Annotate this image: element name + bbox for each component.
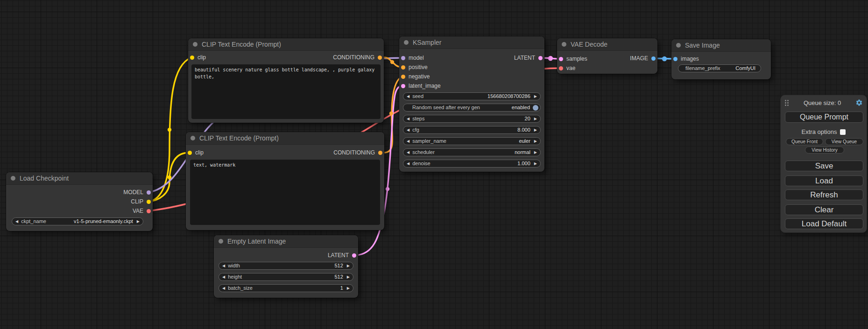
- widget-filename-prefix[interactable]: filename_prefix ComfyUI: [678, 64, 761, 72]
- node-graph-canvas[interactable]: Load Checkpoint MODEL CLIP VAE ◀ ckpt_na…: [0, 0, 868, 329]
- widget-denoise[interactable]: ◀ denoise 1.000 ▶: [403, 160, 541, 168]
- input-port-clip[interactable]: [190, 56, 194, 60]
- increment-arrow-icon[interactable]: ▶: [534, 115, 537, 122]
- widget-label: cfg: [412, 126, 419, 133]
- decrement-arrow-icon[interactable]: ◀: [222, 273, 225, 280]
- queue-prompt-button[interactable]: Queue Prompt: [785, 112, 863, 123]
- collapse-dot-icon[interactable]: [404, 40, 409, 45]
- widget-seed[interactable]: ◀ seed 156680208700286 ▶: [403, 92, 541, 100]
- widget-ckpt-name[interactable]: ◀ ckpt_name v1-5-pruned-emaonly.ckpt ▶: [12, 217, 143, 225]
- load-default-button[interactable]: Load Default: [785, 218, 863, 229]
- input-port-vae[interactable]: [559, 66, 563, 70]
- queue-menu-panel: Queue size: 0 Queue Prompt Extra options…: [780, 95, 867, 233]
- node-empty-latent-image: Empty Latent Image LATENT ◀ width 512 ▶ …: [214, 235, 358, 298]
- collapse-dot-icon[interactable]: [193, 42, 198, 47]
- decrement-arrow-icon[interactable]: ◀: [222, 285, 225, 292]
- output-port-image[interactable]: [651, 56, 656, 61]
- output-port-latent[interactable]: [352, 253, 356, 258]
- widget-steps[interactable]: ◀ steps 20 ▶: [403, 115, 541, 123]
- increment-arrow-icon[interactable]: ▶: [534, 93, 537, 100]
- input-port-latent-image[interactable]: [401, 84, 405, 88]
- prompt-textarea[interactable]: beautiful scenery nature glass bottle la…: [191, 64, 381, 119]
- widget-value: ComfyUI: [735, 65, 755, 72]
- increment-arrow-icon[interactable]: ▶: [534, 149, 537, 156]
- collapse-dot-icon[interactable]: [191, 136, 195, 140]
- decrement-arrow-icon[interactable]: ◀: [407, 93, 409, 100]
- input-port-images[interactable]: [673, 57, 677, 61]
- node-title-bar[interactable]: Empty Latent Image: [214, 235, 358, 248]
- collapse-dot-icon[interactable]: [11, 176, 15, 181]
- decrement-arrow-icon[interactable]: ◀: [15, 218, 18, 225]
- widget-random-seed-toggle[interactable]: Random seed after every gen enabled: [403, 104, 541, 112]
- input-row-samples: samples: [559, 54, 587, 63]
- decrement-arrow-icon[interactable]: ◀: [407, 149, 409, 156]
- widget-width[interactable]: ◀ width 512 ▶: [219, 262, 353, 270]
- input-row-clip: clip: [188, 148, 204, 157]
- widget-label: denoise: [412, 160, 430, 167]
- widget-label: ckpt_name: [21, 218, 46, 225]
- load-button[interactable]: Load: [785, 175, 863, 186]
- increment-arrow-icon[interactable]: ▶: [347, 273, 350, 280]
- input-port-negative[interactable]: [401, 75, 405, 79]
- output-port-clip[interactable]: [147, 200, 151, 204]
- queue-front-button[interactable]: Queue Front: [786, 138, 823, 145]
- drag-handle-icon[interactable]: [784, 99, 789, 106]
- prompt-textarea[interactable]: text, watermark: [190, 160, 380, 225]
- node-title-bar[interactable]: Save Image: [671, 39, 771, 52]
- toggle-dot[interactable]: [533, 105, 538, 111]
- decrement-arrow-icon[interactable]: ◀: [407, 160, 409, 167]
- widget-height[interactable]: ◀ height 512 ▶: [219, 273, 353, 281]
- node-title-bar[interactable]: CLIP Text Encode (Prompt): [188, 38, 384, 51]
- node-title: KSampler: [413, 39, 441, 46]
- input-row-positive: positive: [401, 63, 428, 72]
- port-label: clip: [195, 149, 204, 156]
- refresh-button[interactable]: Refresh: [785, 189, 863, 200]
- save-button[interactable]: Save: [785, 161, 863, 171]
- widget-sampler-name[interactable]: ◀ sampler_name euler ▶: [403, 137, 541, 145]
- increment-arrow-icon[interactable]: ▶: [347, 262, 350, 269]
- input-port-positive[interactable]: [401, 65, 405, 70]
- output-port-conditioning[interactable]: [378, 56, 382, 60]
- widget-scheduler[interactable]: ◀ scheduler normal ▶: [403, 148, 541, 156]
- link-dot: [390, 60, 394, 64]
- input-port-clip[interactable]: [188, 151, 192, 155]
- output-row-vae: VAE: [133, 206, 151, 216]
- node-title-bar[interactable]: Load Checkpoint: [6, 172, 153, 185]
- node-title-bar[interactable]: KSampler: [399, 36, 544, 49]
- input-port-model[interactable]: [401, 56, 405, 60]
- node-title: Load Checkpoint: [20, 175, 69, 182]
- decrement-arrow-icon[interactable]: ◀: [407, 115, 409, 122]
- link-dot: [168, 128, 171, 132]
- view-history-button[interactable]: View History: [805, 147, 844, 154]
- increment-arrow-icon[interactable]: ▶: [137, 218, 140, 225]
- extra-options-checkbox[interactable]: [840, 129, 846, 135]
- widget-value: v1-5-pruned-emaonly.ckpt: [74, 218, 133, 225]
- port-label: samples: [566, 56, 587, 62]
- gear-icon[interactable]: [855, 99, 863, 106]
- collapse-dot-icon[interactable]: [562, 42, 566, 47]
- node-title-bar[interactable]: CLIP Text Encode (Prompt): [186, 132, 384, 145]
- increment-arrow-icon[interactable]: ▶: [534, 126, 537, 133]
- node-title-bar[interactable]: VAE Decode: [557, 38, 657, 51]
- increment-arrow-icon[interactable]: ▶: [534, 160, 537, 167]
- output-port-conditioning[interactable]: [378, 151, 382, 155]
- collapse-dot-icon[interactable]: [219, 239, 223, 244]
- widget-label: seed: [412, 93, 423, 100]
- output-port-vae[interactable]: [147, 209, 151, 213]
- increment-arrow-icon[interactable]: ▶: [534, 138, 537, 145]
- decrement-arrow-icon[interactable]: ◀: [222, 262, 225, 269]
- output-port-model[interactable]: [147, 190, 151, 195]
- input-row-vae: vae: [559, 63, 575, 73]
- clear-button[interactable]: Clear: [785, 204, 863, 215]
- collapse-dot-icon[interactable]: [676, 43, 681, 48]
- input-port-samples[interactable]: [559, 57, 563, 61]
- output-port-latent[interactable]: [538, 56, 543, 60]
- decrement-arrow-icon[interactable]: ◀: [407, 126, 409, 133]
- decrement-arrow-icon[interactable]: ◀: [407, 138, 409, 145]
- increment-arrow-icon[interactable]: ▶: [347, 285, 350, 292]
- widget-batch-size[interactable]: ◀ batch_size 1 ▶: [219, 284, 353, 292]
- widget-cfg[interactable]: ◀ cfg 8.000 ▶: [403, 126, 541, 134]
- input-row-clip: clip: [190, 53, 206, 62]
- widget-value: 1: [340, 285, 343, 292]
- view-queue-button[interactable]: View Queue: [825, 138, 863, 145]
